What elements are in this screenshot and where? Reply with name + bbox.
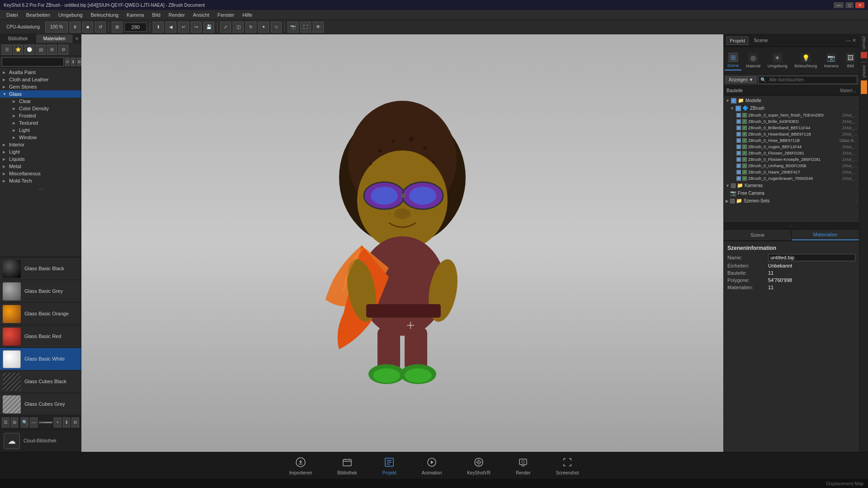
toolbar-import-btn[interactable]: ⬇	[153, 22, 164, 33]
scene-szenen-sets[interactable]: ▶ 📁 Szenen-Sets -	[724, 197, 859, 205]
toolbar-camera-btn[interactable]: ◀	[165, 22, 176, 33]
material-search-input[interactable]	[2, 57, 64, 66]
scene-obj9[interactable]: ✓ ✓ ZBrush_0_Umhang_BD0FC05B ZMat_...	[724, 163, 859, 169]
cb-szenen[interactable]	[730, 199, 735, 203]
mat-icon-recent[interactable]: 🕐	[24, 45, 34, 55]
menu-kamera[interactable]: Kamera	[123, 11, 148, 19]
mat-glass-basic-orange[interactable]: Glass Basic Orange	[0, 303, 81, 325]
toolbar-undo-btn[interactable]: ↩	[178, 22, 189, 33]
menu-hilfe[interactable]: Hilfe	[239, 11, 256, 19]
title-btn-minimize[interactable]: —	[834, 2, 844, 8]
cb-obj5b[interactable]: ✓	[742, 138, 747, 143]
cb-obj3[interactable]: ✓	[736, 126, 741, 130]
cloud-library-btn[interactable]: ☁ Cloud-Bibliothek	[0, 429, 81, 452]
tree-metal[interactable]: ▶ Metal	[0, 163, 81, 170]
cb-modelle[interactable]: ✓	[731, 98, 736, 103]
cb-obj10b[interactable]: ✓	[742, 170, 747, 174]
cb-obj9b[interactable]: ✓	[742, 164, 747, 168]
tree-color-density[interactable]: ▶ Color Density	[0, 105, 81, 112]
search-import-btn[interactable]: ⬇	[71, 58, 75, 66]
right-panel-minimize[interactable]: —	[846, 38, 851, 43]
nav-importieren[interactable]: Importieren	[286, 454, 316, 477]
menu-umgebung[interactable]: Umgebung	[55, 11, 86, 19]
right-icon-tab-bild[interactable]: 🖼 Bild	[843, 51, 858, 70]
scene-free-camera[interactable]: 📷 Free Camera	[724, 189, 859, 197]
tree-light[interactable]: ▶ Light	[0, 127, 81, 134]
title-btn-close[interactable]: ✕	[855, 2, 864, 8]
mat-icon-fav[interactable]: ⭐	[13, 45, 23, 55]
menu-bearbeiten[interactable]: Bearbeiten	[23, 11, 54, 19]
toolbar-transform-btn[interactable]: ⤢	[220, 22, 231, 33]
scene-zbrush[interactable]: ▼ ✓ 🔷 ZBrush -	[724, 104, 859, 112]
menu-bild[interactable]: Bild	[148, 11, 164, 19]
scene-obj1[interactable]: ✓ ✓ ZBrush_0_super_hero_finish_7DE4ADE9 …	[724, 112, 859, 118]
scene-obj6[interactable]: ✓ ✓ ZBrush_0_Augen_BEF11F44 ZMat_...	[724, 144, 859, 150]
mat-glass-basic-red[interactable]: Glass Basic Red	[0, 325, 81, 348]
cb-obj3b[interactable]: ✓	[742, 126, 747, 130]
mat-zoom-slider[interactable]	[39, 422, 52, 423]
nav-keyshotvr[interactable]: KeyShotVR	[463, 454, 494, 477]
right-icon-tab-szene[interactable]: ⊞ Szene	[725, 51, 742, 70]
cb-obj5[interactable]: ✓	[736, 138, 741, 143]
scene-tab-materialien[interactable]: Materialien	[792, 230, 859, 240]
cb-obj8b[interactable]: ✓	[742, 157, 747, 162]
title-btn-maximize[interactable]: □	[845, 2, 854, 8]
mat-icon-textures[interactable]: ⊞	[47, 45, 57, 55]
cb-obj2[interactable]: ✓	[736, 119, 741, 124]
cb-obj4[interactable]: ✓	[736, 132, 741, 136]
tree-gem-stones[interactable]: ▶ Gem Stones	[0, 83, 81, 90]
scene-modelle[interactable]: ▼ ✓ 📁 Modelle -	[724, 97, 859, 104]
mat-glass-basic-white[interactable]: Glass Basic White	[0, 348, 81, 371]
edge-zbrush-btn[interactable]	[861, 52, 867, 58]
scene-tab-szene[interactable]: Szene	[724, 230, 792, 240]
scene-obj8[interactable]: ✓ ✓ ZBrush_0_Flossen-Knoepfe_2B6FD281 ZM…	[724, 156, 859, 163]
mat-icon-lib[interactable]: ☰	[2, 45, 12, 55]
cb-obj4b[interactable]: ✓	[742, 132, 747, 136]
tree-liquids[interactable]: ▶ Liquids	[0, 155, 81, 163]
mat-settings2-btn[interactable]: ⚙	[71, 418, 79, 427]
search-reload-btn[interactable]: ↺	[65, 58, 70, 66]
mat-glass-basic-black[interactable]: Glass Basic Black	[0, 258, 81, 280]
nav-projekt[interactable]: Projekt	[379, 454, 400, 477]
right-icon-tab-material[interactable]: ◎ Material	[743, 51, 763, 70]
mat-icon-custom[interactable]: ▤	[36, 45, 46, 55]
anzeigen-btn[interactable]: Anzeigen ▼	[726, 76, 756, 83]
cb-obj11b[interactable]: ✓	[742, 176, 747, 181]
toolbar-snap-btn[interactable]: ✦	[258, 22, 269, 33]
nav-render[interactable]: Render	[512, 454, 534, 477]
cb-zbrush[interactable]: ✓	[736, 106, 741, 111]
scene-obj3[interactable]: ✓ ✓ ZBrush_0_Brillenband_BEF11F44 ZMat_.…	[724, 125, 859, 131]
search-settings-btn[interactable]: ⚙	[77, 58, 81, 66]
menu-render[interactable]: Render	[165, 11, 189, 19]
scene-kameras[interactable]: ▼ 📁 Kameras -	[724, 182, 859, 189]
scene-obj2[interactable]: ✓ ✓ ZBrush_0_Brille_643F83ED ZMat_...	[724, 118, 859, 125]
mat-zoom-plus-btn[interactable]: +	[54, 418, 61, 427]
toolbar-width-input[interactable]	[124, 23, 147, 32]
right-icon-tab-beleuchtung[interactable]: 💡 Beleuchtung	[792, 51, 820, 70]
toolbar-grid-btn[interactable]: ⊹	[271, 22, 282, 33]
tree-axalta-paint[interactable]: ▶ Axalta Paint	[0, 69, 81, 76]
mat-import-btn[interactable]: ⬇	[63, 418, 71, 427]
tree-clear[interactable]: ▶ Clear	[0, 98, 81, 105]
info-name-input[interactable]	[768, 254, 855, 261]
tree-window[interactable]: ▶ Window	[0, 134, 81, 141]
cb-obj1[interactable]: ✓	[736, 113, 741, 117]
toolbar-camera2-btn[interactable]: 📷	[288, 22, 298, 33]
cb-kameras[interactable]	[731, 183, 736, 188]
toolbar-stop-btn[interactable]: ■	[82, 22, 93, 33]
right-tab-scene[interactable]: Scene	[751, 37, 770, 45]
right-search-input[interactable]	[767, 75, 855, 84]
nav-animation[interactable]: Animation	[418, 454, 445, 477]
edge-orange-btn[interactable]	[861, 80, 867, 94]
toolbar-fullscreen-btn[interactable]: ⛶	[300, 22, 311, 33]
tree-cloth-leather[interactable]: ▶ Cloth and Leather	[0, 76, 81, 83]
menu-datei[interactable]: Datei	[3, 11, 22, 19]
scene-obj7[interactable]: ✓ ✓ ZBrush_0_Flossen_2B6FD281 ZMat_...	[724, 150, 859, 156]
cb-obj6b[interactable]: ✓	[742, 145, 747, 149]
tree-misc[interactable]: ▶ Miscellaneous	[0, 170, 81, 177]
tree-mold-tech[interactable]: ▶ Mold-Tech	[0, 177, 81, 184]
nav-screenshot[interactable]: Screenshot	[552, 454, 583, 477]
right-icon-tab-kamera[interactable]: 📷 Kamera	[821, 51, 841, 70]
toolbar-scale-btn[interactable]: ◫	[233, 22, 244, 33]
cb-obj1b[interactable]: ✓	[742, 113, 747, 117]
